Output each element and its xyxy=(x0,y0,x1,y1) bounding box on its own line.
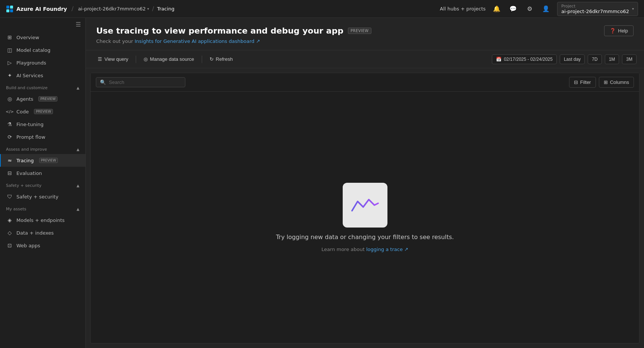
account-icon[interactable]: 👤 xyxy=(541,4,551,14)
help-label: Help xyxy=(618,28,628,34)
sidebar-item-playgrounds-label: Playgrounds xyxy=(16,60,46,66)
svg-rect-1 xyxy=(10,6,13,9)
nav-sep-1: / xyxy=(72,5,73,12)
7d-button[interactable]: 7D xyxy=(588,54,601,64)
filter-button[interactable]: ⊟ Filter xyxy=(569,77,596,88)
safety-security-section[interactable]: Safety + security ▲ xyxy=(0,179,85,190)
assets-section-chevron: ▲ xyxy=(76,207,79,211)
playgrounds-icon: ▷ xyxy=(7,60,13,66)
notifications-icon[interactable]: 🔔 xyxy=(491,4,502,14)
search-input[interactable] xyxy=(109,79,181,85)
project-badge-content: Project ai-project-26dkr7mmmco62 xyxy=(561,4,629,14)
columns-button[interactable]: ⊞ Columns xyxy=(599,77,634,88)
calendar-icon: 📅 xyxy=(496,57,502,62)
sidebar-item-playgrounds[interactable]: ▷ Playgrounds xyxy=(0,56,85,69)
sidebar-item-model-catalog-label: Model catalog xyxy=(16,47,50,53)
sidebar-item-web-apps[interactable]: ⊡ Web apps xyxy=(0,239,85,252)
my-assets-section[interactable]: My assets ▲ xyxy=(0,203,85,214)
sidebar-item-safety[interactable]: 🛡 Safety + security xyxy=(0,190,85,203)
page-header: Use tracing to view performance and debu… xyxy=(86,18,644,50)
build-section-chevron: ▲ xyxy=(76,86,79,90)
ai-services-icon: ✦ xyxy=(7,72,13,78)
page-subtitle: Check out your Insights for Generative A… xyxy=(96,38,634,44)
data-indexes-icon: ◇ xyxy=(7,230,13,236)
feedback-icon[interactable]: 💬 xyxy=(508,4,518,14)
sidebar-item-models-endpoints-label: Models + endpoints xyxy=(16,217,65,223)
main-layout: ☰ ⊞ Overview ◫ Model catalog ▷ Playgroun… xyxy=(0,18,644,348)
tracing-illustration xyxy=(350,196,380,214)
sidebar-item-code-label: Code xyxy=(16,109,29,115)
date-range-text: 02/17/2025 - 02/24/2025 xyxy=(504,57,553,62)
tracing-icon: ≈ xyxy=(7,157,13,163)
build-customize-section[interactable]: Build and customize ▲ xyxy=(0,82,85,93)
subtitle-link[interactable]: Insights for Generative AI applications … xyxy=(135,38,260,44)
brand-label: Azure AI Foundry xyxy=(16,6,67,12)
sidebar-item-fine-tuning-label: Fine-tuning xyxy=(16,122,44,127)
view-query-label: View query xyxy=(104,56,128,62)
hubs-link[interactable]: All hubs + projects xyxy=(440,6,486,12)
settings-icon[interactable]: ⚙ xyxy=(524,4,535,14)
agents-preview-badge: PREVIEW xyxy=(38,96,57,101)
nav-sep-2: / xyxy=(152,5,154,12)
svg-rect-0 xyxy=(6,6,9,9)
breadcrumb-current: Tracing xyxy=(157,6,175,12)
sidebar-item-overview[interactable]: ⊞ Overview xyxy=(0,31,85,44)
subtitle-link-text: Insights for Generative AI applications … xyxy=(135,38,254,44)
sidebar-item-ai-services[interactable]: ✦ AI Services xyxy=(0,69,85,82)
search-box[interactable]: 🔍 xyxy=(96,77,185,87)
sidebar-item-code[interactable]: </> Code PREVIEW xyxy=(0,105,85,118)
my-assets-label: My assets xyxy=(6,207,26,211)
refresh-icon: ↻ xyxy=(210,56,214,62)
sidebar-item-evaluation-label: Evaluation xyxy=(16,170,42,176)
content-area: Use tracing to view performance and debu… xyxy=(86,18,644,348)
tracing-preview-badge: PREVIEW xyxy=(39,158,58,163)
assess-improve-section[interactable]: Assess and improve ▲ xyxy=(0,143,85,154)
external-link-icon: ↗ xyxy=(256,38,260,44)
toolbar: ☰ View query ◎ Manage data source ↻ Refr… xyxy=(86,50,644,68)
safety-security-label: Safety + security xyxy=(6,183,41,188)
table-right-actions: ⊟ Filter ⊞ Columns xyxy=(569,77,634,88)
sidebar-item-prompt-flow-label: Prompt flow xyxy=(16,134,45,140)
page-preview-badge: PREVIEW xyxy=(348,28,371,34)
prompt-flow-icon: ⟳ xyxy=(7,134,13,140)
breadcrumb-chevron: ▾ xyxy=(147,7,149,11)
agents-icon: ◎ xyxy=(7,96,13,102)
help-button[interactable]: ❓ Help xyxy=(604,25,634,36)
breadcrumb-project[interactable]: ai-project-26dkr7mmmco62 ▾ xyxy=(78,6,149,12)
1m-button[interactable]: 1M xyxy=(605,54,619,64)
sidebar-item-agents-label: Agents xyxy=(16,96,33,102)
nav-right: All hubs + projects 🔔 💬 ⚙ 👤 Project ai-p… xyxy=(440,2,638,16)
safety-section-chevron: ▲ xyxy=(76,184,79,188)
sidebar-item-tracing[interactable]: ≈ Tracing PREVIEW xyxy=(0,154,85,167)
toolbar-right: 📅 02/17/2025 - 02/24/2025 Last day 7D 1M… xyxy=(492,54,637,64)
date-range-button[interactable]: 📅 02/17/2025 - 02/24/2025 xyxy=(492,54,557,64)
sidebar-item-evaluation[interactable]: ⊟ Evaluation xyxy=(0,167,85,179)
safety-icon: 🛡 xyxy=(7,194,13,200)
refresh-button[interactable]: ↻ Refresh xyxy=(205,54,238,64)
columns-icon: ⊞ xyxy=(604,79,608,85)
sidebar-item-fine-tuning[interactable]: ⚗ Fine-tuning xyxy=(0,118,85,131)
3m-button[interactable]: 3M xyxy=(622,54,637,64)
last-day-button[interactable]: Last day xyxy=(560,54,585,64)
empty-state: Try logging new data or changing your fi… xyxy=(91,92,639,343)
project-badge[interactable]: Project ai-project-26dkr7mmmco62 ▾ xyxy=(557,2,638,16)
sidebar-item-models-endpoints[interactable]: ◈ Models + endpoints xyxy=(0,214,85,226)
page-title-row: Use tracing to view performance and debu… xyxy=(96,25,634,36)
manage-data-source-button[interactable]: ◎ Manage data source xyxy=(139,54,199,64)
sidebar-toggle-btn[interactable]: ☰ xyxy=(76,21,81,28)
project-badge-label: Project xyxy=(561,4,629,9)
build-customize-label: Build and customize xyxy=(6,85,47,90)
sidebar-item-data-indexes[interactable]: ◇ Data + indexes xyxy=(0,226,85,239)
sidebar-item-model-catalog[interactable]: ◫ Model catalog xyxy=(0,44,85,56)
learn-more-link[interactable]: logging a trace ↗ xyxy=(366,247,408,252)
search-icon: 🔍 xyxy=(100,79,106,85)
view-query-button[interactable]: ☰ View query xyxy=(93,54,133,64)
code-icon: </> xyxy=(7,109,13,115)
brand[interactable]: Azure AI Foundry xyxy=(6,5,67,13)
learn-more-prefix: Learn more about xyxy=(321,247,365,252)
evaluation-icon: ⊟ xyxy=(7,170,13,176)
sidebar-item-prompt-flow[interactable]: ⟳ Prompt flow xyxy=(0,131,85,143)
columns-label: Columns xyxy=(610,79,629,85)
sidebar-item-agents[interactable]: ◎ Agents PREVIEW xyxy=(0,93,85,105)
filter-icon: ⊟ xyxy=(574,79,578,85)
